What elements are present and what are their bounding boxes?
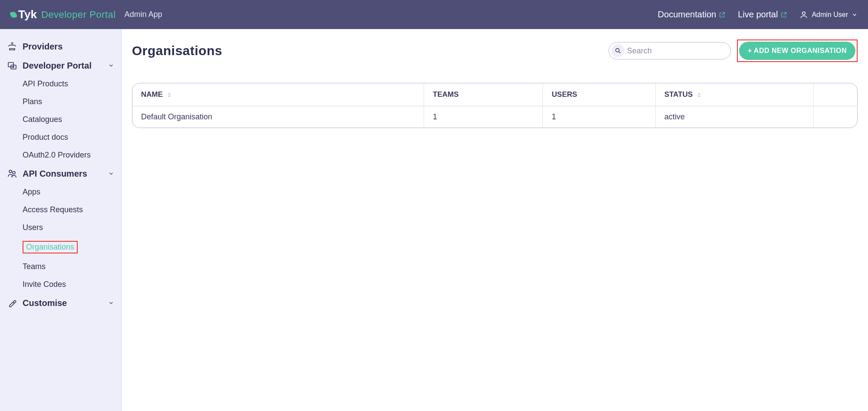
- organisations-table: NAME TEAMS USERS STATUS Defa: [132, 83, 858, 128]
- sidebar-item-api-products[interactable]: API Products: [0, 75, 121, 93]
- svg-point-0: [802, 12, 806, 15]
- page-title: Organisations: [132, 43, 222, 58]
- sidebar: Providers Developer Portal API Products …: [0, 29, 122, 411]
- search-field[interactable]: [608, 42, 731, 59]
- sidebar-group-providers[interactable]: Providers: [0, 37, 121, 56]
- app-label: Admin App: [125, 10, 162, 19]
- sidebar-item-users[interactable]: Users: [0, 219, 121, 237]
- brand-primary: Tyk: [10, 8, 37, 21]
- main-content: Organisations + ADD NEW ORGANISATION NAM…: [122, 29, 868, 411]
- logo[interactable]: Tyk Developer Portal: [10, 8, 116, 21]
- search-icon: [612, 44, 625, 57]
- chevron-down-icon: [108, 171, 114, 177]
- chevron-down-icon: [108, 62, 114, 69]
- portal-icon: [7, 60, 17, 71]
- cell-name: Default Organisation: [132, 106, 424, 128]
- sort-icon: [697, 92, 702, 98]
- svg-point-3: [9, 170, 12, 173]
- sidebar-item-access-requests[interactable]: Access Requests: [0, 201, 121, 219]
- brand-secondary: Developer Portal: [41, 9, 116, 20]
- svg-point-4: [13, 171, 15, 174]
- external-link-icon: [719, 11, 726, 18]
- live-portal-link[interactable]: Live portal: [738, 10, 787, 20]
- search-input[interactable]: [627, 46, 728, 56]
- svg-point-5: [615, 49, 619, 52]
- table-row[interactable]: Default Organisation 1 1 active: [132, 106, 857, 128]
- chevron-down-icon: [108, 300, 114, 306]
- col-teams[interactable]: TEAMS: [424, 83, 543, 106]
- add-organisation-highlight: + ADD NEW ORGANISATION: [737, 39, 858, 62]
- chevron-down-icon: [852, 12, 858, 18]
- sidebar-item-invite-codes[interactable]: Invite Codes: [0, 276, 121, 293]
- sidebar-item-organisations[interactable]: Organisations: [0, 237, 121, 258]
- customise-icon: [7, 298, 17, 308]
- sidebar-item-apps[interactable]: Apps: [0, 183, 121, 201]
- providers-icon: [7, 41, 17, 52]
- col-users[interactable]: USERS: [543, 83, 655, 106]
- table-header-row: NAME TEAMS USERS STATUS: [132, 83, 857, 106]
- sidebar-item-oauth-providers[interactable]: OAuth2.0 Providers: [0, 146, 121, 164]
- cell-actions: [813, 106, 857, 128]
- cell-status: active: [655, 106, 813, 128]
- sidebar-group-api-consumers[interactable]: API Consumers: [0, 164, 121, 183]
- user-label: Admin User: [812, 11, 848, 19]
- documentation-link[interactable]: Documentation: [658, 10, 726, 20]
- add-organisation-button[interactable]: + ADD NEW ORGANISATION: [739, 42, 855, 60]
- sidebar-group-customise[interactable]: Customise: [0, 293, 121, 312]
- cell-users: 1: [543, 106, 655, 128]
- sidebar-item-product-docs[interactable]: Product docs: [0, 128, 121, 146]
- external-link-icon: [780, 11, 787, 18]
- col-name[interactable]: NAME: [132, 83, 424, 106]
- sidebar-group-developer-portal[interactable]: Developer Portal: [0, 56, 121, 75]
- top-header: Tyk Developer Portal Admin App Documenta…: [0, 0, 868, 29]
- col-status[interactable]: STATUS: [655, 83, 813, 106]
- col-actions: [813, 83, 857, 106]
- sidebar-item-teams[interactable]: Teams: [0, 258, 121, 276]
- sidebar-item-plans[interactable]: Plans: [0, 93, 121, 111]
- sort-icon: [167, 92, 172, 98]
- user-menu[interactable]: Admin User: [799, 10, 858, 19]
- consumers-icon: [7, 168, 17, 179]
- sidebar-item-catalogues[interactable]: Catalogues: [0, 111, 121, 128]
- leaf-icon: [10, 11, 17, 18]
- cell-teams: 1: [424, 106, 543, 128]
- user-icon: [799, 10, 808, 19]
